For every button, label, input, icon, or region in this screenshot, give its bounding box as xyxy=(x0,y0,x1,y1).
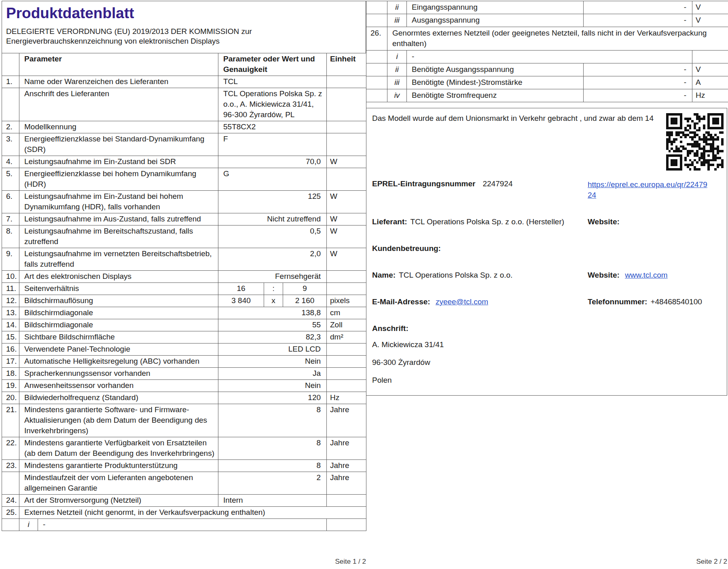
row-number-cell xyxy=(2,519,19,531)
parameter-label: Sichtbare Bildschirmfläche xyxy=(19,331,218,344)
parameter-label: Mindestens garantierte Software- und Fir… xyxy=(19,404,218,437)
email-row: E-Mail-Adresse: zyeee@tcl.com Telefonnum… xyxy=(372,297,721,307)
parameter-label: Eingangsspannung xyxy=(407,1,584,14)
unit-cell xyxy=(327,495,366,507)
sub-index-cell: i xyxy=(387,51,407,63)
address-line: 96-300 Żyrardów xyxy=(372,357,721,368)
parameter-value: - xyxy=(584,14,692,27)
eprel-row: EPREL-Eintragungsnummer2247924 https://e… xyxy=(372,179,721,200)
ratio-separator: x xyxy=(264,295,283,307)
row-number-cell xyxy=(366,63,387,76)
sub-index-cell: iv xyxy=(387,89,407,102)
row-number-cell: 23. xyxy=(2,460,19,472)
unit-cell: dm² xyxy=(327,331,366,344)
table-row: 22.Mindestens garantierte Verfügbarkeit … xyxy=(2,437,366,460)
tcl-website-link[interactable]: www.tcl.com xyxy=(625,271,668,279)
parameter-label: Mindestens garantierte Produktunterstütz… xyxy=(19,460,218,472)
parameter-value: Fernsehgerät xyxy=(218,271,327,283)
parameter-value: 138,8 xyxy=(218,307,327,319)
eprel-number: 2247924 xyxy=(483,179,512,188)
parameter-value: - xyxy=(584,89,692,102)
unit-cell: W xyxy=(327,213,366,225)
parameter-label: Anwesenheitssensor vorhanden xyxy=(19,380,218,392)
table-row: 17.Automatische Helligkeitsregelung (ABC… xyxy=(2,356,366,368)
row-number-cell: 2. xyxy=(2,121,19,133)
parameter-label: Benötigte Ausgangsspannung xyxy=(407,63,584,76)
parameter-label: Leistungsaufnahme im Ein-Zustand bei SDR xyxy=(19,156,218,168)
table-row: 1.Name oder Warenzeichen des Lieferanten… xyxy=(2,76,366,88)
parameter-value: 55T8CX2 xyxy=(218,121,327,133)
unit-cell: Jahre xyxy=(327,460,366,472)
unit-cell: W xyxy=(327,248,366,271)
parameter-value: Ja xyxy=(218,368,327,380)
email-link[interactable]: zyeee@tcl.com xyxy=(436,297,488,306)
parameter-value: - xyxy=(584,63,692,76)
unit-cell xyxy=(327,368,366,380)
table-row: 13.Bildschirmdiagonale138,8cm xyxy=(2,307,366,319)
parameter-value: 8 xyxy=(218,437,327,460)
parameter-label: Energieeffizienzklasse bei Standard-Dyna… xyxy=(19,133,218,156)
regulation-subtitle-line2: Energieverbrauchskennzeichnung von elekt… xyxy=(6,36,362,46)
parameter-label: Leistungsaufnahme im Aus-Zustand, falls … xyxy=(19,213,218,225)
table-row: 18.Spracherkennungssensor vorhandenJa xyxy=(2,368,366,380)
row-number-cell: 5. xyxy=(2,168,19,191)
parameter-value: Nein xyxy=(218,380,327,392)
header-parameter: Parameter xyxy=(19,53,218,76)
unit-cell: V xyxy=(692,63,728,76)
parameter-value: 125 xyxy=(218,191,327,213)
parameter-value: 82,3 xyxy=(218,331,327,344)
parameter-value: LED LCD xyxy=(218,344,327,356)
row-number-cell xyxy=(366,51,387,63)
table-row: iiEingangsspannung-V xyxy=(366,1,728,14)
unit-cell: V xyxy=(692,14,728,27)
parameter-value: 2 xyxy=(218,472,327,495)
unit-cell xyxy=(327,168,366,191)
table-row: 26.Genormtes externes Netzteil (oder gee… xyxy=(366,27,728,51)
row-number-cell: 22. xyxy=(2,437,19,460)
eprel-label: EPREL-Eintragungsnummer xyxy=(372,179,475,188)
name-label: Name: xyxy=(372,271,396,279)
eprel-qr-link[interactable]: https://eprel.ec.europa.eu/qr/2247924 xyxy=(588,179,710,200)
table-row: 23.Mindestens garantierte Produktunterst… xyxy=(2,460,366,472)
table-row: 6.Leistungsaufnahme im Ein-Zustand bei h… xyxy=(2,191,366,213)
row-number-cell: 11. xyxy=(2,283,19,295)
customer-service-row: Kundenbetreuung: xyxy=(372,243,721,254)
unit-cell: Jahre xyxy=(327,404,366,437)
unit-cell: A xyxy=(692,76,728,89)
parameter-value: 8 xyxy=(218,404,327,437)
parameter-label: Externes Netzteil (nicht genormt, in der… xyxy=(19,507,366,519)
table-row: ivBenötigte Stromfrequenz-Hz xyxy=(366,89,728,102)
parameter-label: Benötigte (Mindest-)Stromstärke xyxy=(407,76,584,89)
name-value: TCL Operations Polska Sp. z o.o. xyxy=(399,271,512,279)
table-row: 20.Bildwiederholfrequenz (Standard)120Hz xyxy=(2,392,366,404)
row-number-cell: 4. xyxy=(2,156,19,168)
page-2: iiEingangsspannung-ViiiAusgangsspannung-… xyxy=(366,1,728,568)
page-number-left: Seite 1 / 2 xyxy=(2,558,366,566)
table-row: iiiAusgangsspannung-V xyxy=(366,14,728,27)
table-row: 25.Externes Netzteil (nicht genormt, in … xyxy=(2,507,366,519)
row-number-cell xyxy=(366,89,387,102)
parameter-value: - xyxy=(38,519,327,531)
row-number-cell: 6. xyxy=(2,191,19,213)
ratio-separator: : xyxy=(264,283,283,295)
sub-index-cell: iii xyxy=(387,14,407,27)
parameter-table-page2: iiEingangsspannung-ViiiAusgangsspannung-… xyxy=(366,1,728,102)
row-number-cell: 8. xyxy=(2,225,19,248)
ratio-value-1: 3 840 xyxy=(218,295,264,307)
parameter-label: Name oder Warenzeichen des Lieferanten xyxy=(19,76,218,88)
row-number-cell: 3. xyxy=(2,133,19,156)
unit-cell xyxy=(327,344,366,356)
parameter-label: Anschrift des Lieferanten xyxy=(19,88,218,121)
parameter-table-page1: Parameter Parameter oder Wert und Genaui… xyxy=(2,53,366,531)
parameter-value: 8 xyxy=(218,460,327,472)
table-row: 8.Leistungsaufnahme im Bereitschaftszust… xyxy=(2,225,366,248)
parameter-value: 0,5 xyxy=(218,225,327,248)
address-line: A. Mickiewicza 31/41 xyxy=(372,339,721,350)
table-row: 5.Energieeffizienzklasse bei hohem Dynam… xyxy=(2,168,366,191)
unit-cell xyxy=(327,380,366,392)
parameter-label: Seitenverhältnis xyxy=(19,283,218,295)
qr-code xyxy=(666,113,724,171)
parameter-label: Bildwiederholfrequenz (Standard) xyxy=(19,392,218,404)
customer-service-label: Kundenbetreuung: xyxy=(372,244,441,253)
table-row: 7.Leistungsaufnahme im Aus-Zustand, fall… xyxy=(2,213,366,225)
